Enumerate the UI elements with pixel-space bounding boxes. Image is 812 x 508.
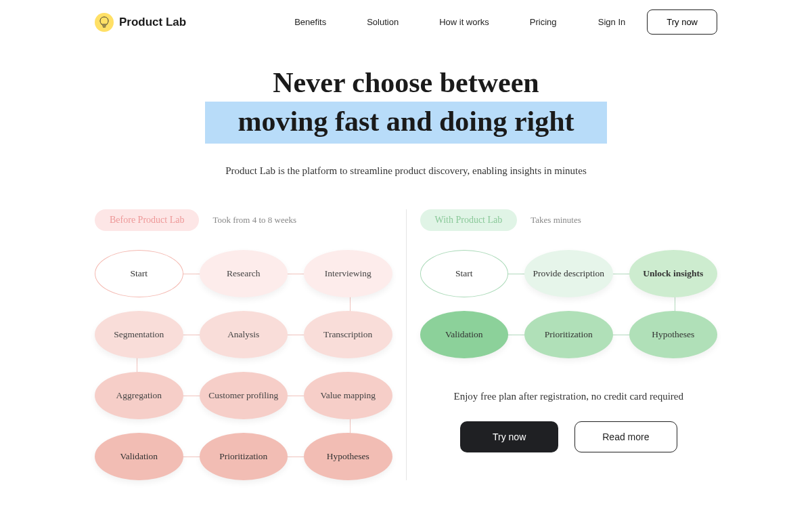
before-badge: Before Product Lab	[95, 209, 199, 231]
before-row-3: Aggregation Customer profiling Value map…	[95, 372, 392, 419]
cta-buttons: Try now Read more	[420, 421, 718, 452]
connector-line	[350, 419, 351, 433]
hero-line1: Never choose between	[273, 67, 539, 98]
after-time: Takes minutes	[531, 215, 581, 226]
before-head: Before Product Lab Took from 4 to 8 week…	[95, 209, 392, 231]
step-start: Start	[420, 250, 509, 297]
step-validation: Validation	[95, 433, 183, 480]
step-transcription: Transcription	[304, 311, 392, 358]
try-now-header-button[interactable]: Try now	[647, 9, 717, 35]
before-time: Took from 4 to 8 weeks	[212, 215, 296, 226]
step-value-mapping: Value mapping	[304, 372, 392, 419]
step-interviewing: Interviewing	[304, 250, 392, 297]
hero-title: Never choose between moving fast and doi…	[0, 64, 812, 144]
before-flow: Start Research Interviewing Segmentation…	[95, 250, 392, 480]
nav-benefits[interactable]: Benefits	[294, 17, 326, 27]
before-row-1: Start Research Interviewing	[95, 250, 392, 297]
step-start: Start	[95, 250, 183, 297]
after-column: With Product Lab Takes minutes Start Pro…	[407, 209, 718, 480]
step-prioritization: Prioritization	[524, 311, 613, 358]
cta-block: Enjoy free plan after registration, no c…	[420, 391, 718, 452]
hero: Never choose between moving fast and doi…	[0, 64, 812, 177]
site-header: Product Lab Benefits Solution How it wor…	[0, 0, 812, 44]
before-column: Before Product Lab Took from 4 to 8 week…	[95, 209, 407, 480]
step-hypotheses: Hypotheses	[629, 311, 718, 358]
step-segmentation: Segmentation	[95, 311, 183, 358]
step-prioritization: Prioritization	[200, 433, 288, 480]
hero-subtitle: Product Lab is the platform to streamlin…	[0, 165, 812, 177]
step-research: Research	[200, 250, 288, 297]
step-analysis: Analysis	[200, 311, 288, 358]
after-flow: Start Provide description Unlock insight…	[420, 250, 718, 358]
step-provide-description: Provide description	[524, 250, 613, 297]
header-actions: Sign In Try now	[598, 9, 717, 35]
step-hypotheses: Hypotheses	[304, 433, 392, 480]
after-head: With Product Lab Takes minutes	[420, 209, 718, 231]
after-badge: With Product Lab	[420, 209, 518, 231]
step-customer-profiling: Customer profiling	[200, 372, 288, 419]
connector-line	[350, 297, 351, 312]
before-row-2: Segmentation Analysis Transcription	[95, 311, 392, 358]
brand: Product Lab	[95, 13, 186, 32]
cta-text: Enjoy free plan after registration, no c…	[420, 391, 718, 402]
connector-line	[137, 358, 137, 373]
hero-line2-highlight: moving fast and doing right	[205, 102, 606, 144]
step-validation: Validation	[420, 311, 509, 358]
before-row-4: Validation Prioritization Hypotheses	[95, 433, 392, 480]
signin-link[interactable]: Sign In	[598, 17, 625, 27]
nav-how-it-works[interactable]: How it works	[439, 17, 489, 27]
nav-solution[interactable]: Solution	[367, 17, 399, 27]
read-more-button[interactable]: Read more	[574, 421, 677, 452]
step-unlock-insights: Unlock insights	[629, 250, 718, 297]
nav-pricing[interactable]: Pricing	[530, 17, 557, 27]
comparison-section: Before Product Lab Took from 4 to 8 week…	[95, 209, 717, 480]
main-nav: Benefits Solution How it works Pricing	[294, 17, 556, 27]
step-aggregation: Aggregation	[95, 372, 183, 419]
connector-line	[675, 297, 675, 312]
lightbulb-icon	[99, 16, 110, 28]
after-row-2: Validation Prioritization Hypotheses	[420, 311, 718, 358]
logo-icon	[95, 13, 114, 32]
after-row-1: Start Provide description Unlock insight…	[420, 250, 718, 297]
brand-name: Product Lab	[119, 16, 186, 29]
try-now-button[interactable]: Try now	[460, 421, 558, 452]
